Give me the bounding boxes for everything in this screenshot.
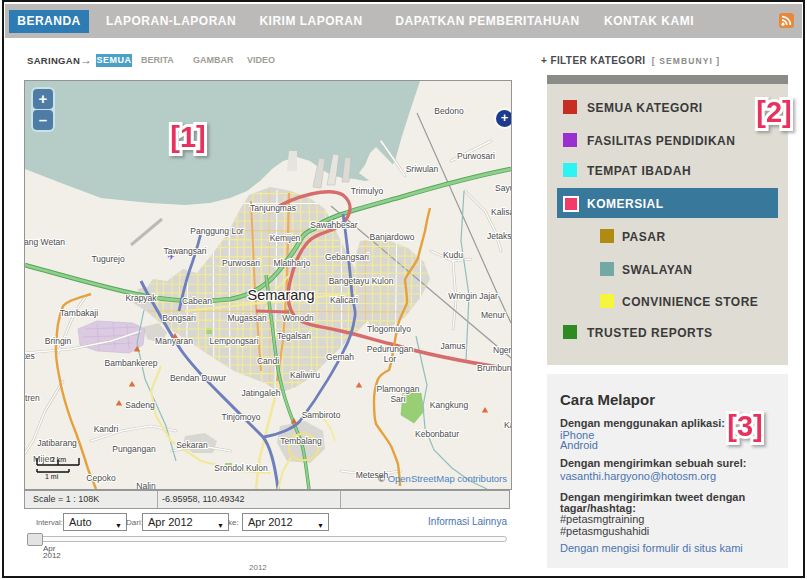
svg-text:Krapyak: Krapyak xyxy=(125,293,157,303)
svg-text:Manyaran: Manyaran xyxy=(155,336,193,346)
svg-text:Pesantren: Pesantren xyxy=(25,393,40,403)
svg-text:Kaliwiru: Kaliwiru xyxy=(290,370,320,380)
svg-text:Bongsari: Bongsari xyxy=(162,313,196,323)
svg-text:Kalicari: Kalicari xyxy=(330,295,358,305)
svg-text:Candi: Candi xyxy=(257,356,279,366)
svg-text:Mlatiharjo: Mlatiharjo xyxy=(274,258,311,268)
svg-text:Tanjungmas: Tanjungmas xyxy=(250,203,296,213)
svg-text:Sayung: Sayung xyxy=(495,183,511,193)
svg-text:Bambankerep: Bambankerep xyxy=(105,358,158,368)
svg-text:[1]: [1] xyxy=(170,121,205,153)
svg-text:Kemijen: Kemijen xyxy=(270,233,301,243)
svg-text:Wates: Wates xyxy=(25,351,35,361)
svg-text:2 km: 2 km xyxy=(51,456,66,463)
svg-text:Sadeng: Sadeng xyxy=(125,400,155,410)
svg-text:Srondol Kulon: Srondol Kulon xyxy=(214,463,268,473)
svg-text:Pedurungan: Pedurungan xyxy=(367,344,414,354)
svg-text:Gemah: Gemah xyxy=(326,352,354,362)
svg-text:Nalin: Nalin xyxy=(136,481,156,489)
svg-text:Tegalsari: Tegalsari xyxy=(277,331,311,341)
svg-text:© OpenStreetMap contributors: © OpenStreetMap contributors xyxy=(378,473,507,484)
svg-text:Jatibarang: Jatibarang xyxy=(37,438,77,448)
svg-text:Lor: Lor xyxy=(384,354,396,364)
svg-text:Sekaran: Sekaran xyxy=(176,440,208,450)
svg-text:Kaliteng: Kaliteng xyxy=(504,420,511,430)
svg-text:1 mi: 1 mi xyxy=(45,473,59,480)
svg-text:Cepoko: Cepoko xyxy=(86,473,116,483)
svg-text:Cabean: Cabean xyxy=(182,296,212,306)
svg-text:Tinjomoyo: Tinjomoyo xyxy=(222,412,261,422)
svg-text:Sawahbesar: Sawahbesar xyxy=(310,220,357,230)
svg-text:Jatingaleh: Jatingaleh xyxy=(242,388,281,398)
svg-text:Semarang: Semarang xyxy=(248,287,315,303)
svg-text:[3]: [3] xyxy=(727,410,762,442)
svg-text:Kangkung: Kangkung xyxy=(430,400,469,410)
svg-text:Gebangsari: Gebangsari xyxy=(325,252,369,262)
svg-text:Pungangan: Pungangan xyxy=(112,444,156,454)
svg-text:Tambakaji: Tambakaji xyxy=(60,308,98,318)
svg-text:Tugurejo: Tugurejo xyxy=(91,254,125,264)
svg-text:Lempongsari: Lempongsari xyxy=(209,336,258,346)
svg-text:Bendan Duwur: Bendan Duwur xyxy=(170,373,226,383)
svg-text:Tawangsari: Tawangsari xyxy=(164,246,207,256)
svg-text:Jamus: Jamus xyxy=(440,341,465,351)
svg-text:Jetaksari: Jetaksari xyxy=(487,231,511,241)
svg-text:Sari: Sari xyxy=(390,394,405,404)
svg-text:Wonodri: Wonodri xyxy=(282,313,314,323)
svg-text:Plamongan: Plamongan xyxy=(376,384,419,394)
svg-text:Sambiroto: Sambiroto xyxy=(302,410,341,420)
svg-text:Panggung Lor: Panggung Lor xyxy=(190,226,244,236)
svg-text:[2]: [2] xyxy=(756,96,791,128)
svg-text:Kebonbatur: Kebonbatur xyxy=(415,429,459,439)
svg-text:Mugassari: Mugassari xyxy=(227,313,266,323)
svg-text:Kudu: Kudu xyxy=(443,250,463,260)
svg-text:Semarang Wetan: Semarang Wetan xyxy=(25,237,65,247)
svg-text:Ngemplak: Ngemplak xyxy=(493,345,511,355)
svg-text:Tembalang: Tembalang xyxy=(280,436,322,446)
svg-text:Brumbungan: Brumbungan xyxy=(477,363,511,373)
svg-text:Tlogomulyo: Tlogomulyo xyxy=(367,324,411,334)
svg-text:Kalisari: Kalisari xyxy=(491,207,511,217)
svg-text:Trimulyo: Trimulyo xyxy=(351,186,384,196)
svg-text:Wringin Jajar: Wringin Jajar xyxy=(448,291,498,301)
svg-text:Purwosari: Purwosari xyxy=(457,151,495,161)
svg-text:Menur: Menur xyxy=(481,310,505,320)
svg-text:Purwosari: Purwosari xyxy=(222,258,260,268)
svg-text:Banjardowo: Banjardowo xyxy=(370,232,415,242)
svg-text:Sriwulan: Sriwulan xyxy=(406,164,439,174)
svg-text:Bangetayu Kulon: Bangetayu Kulon xyxy=(329,276,394,286)
svg-text:Kandri: Kandri xyxy=(94,424,119,434)
svg-text:Bringin: Bringin xyxy=(45,336,72,346)
svg-text:Bedono: Bedono xyxy=(434,106,464,116)
